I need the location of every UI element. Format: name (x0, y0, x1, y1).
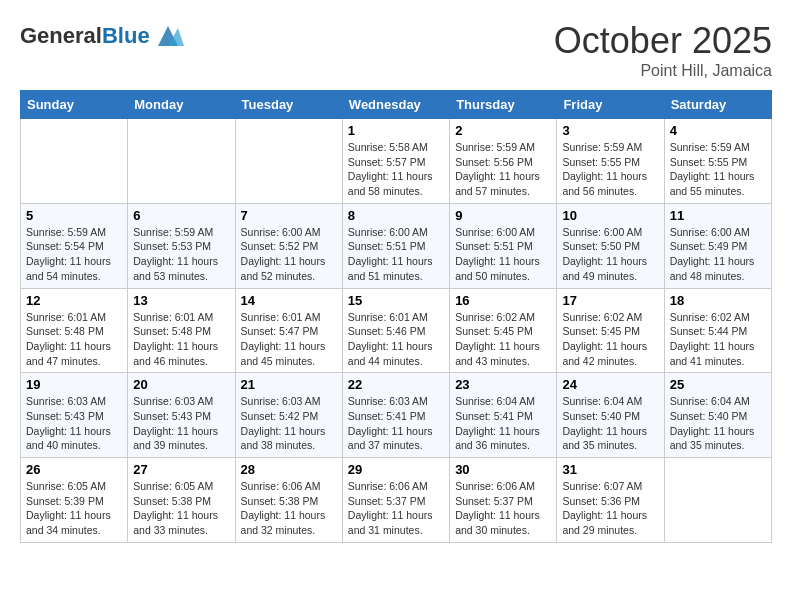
day-info: Sunrise: 6:01 AMSunset: 5:47 PMDaylight:… (241, 310, 337, 369)
day-number: 17 (562, 293, 658, 308)
calendar-cell: 4Sunrise: 5:59 AMSunset: 5:55 PMDaylight… (664, 119, 771, 204)
week-row-4: 19Sunrise: 6:03 AMSunset: 5:43 PMDayligh… (21, 373, 772, 458)
month-title: October 2025 (554, 20, 772, 62)
day-info: Sunrise: 6:06 AMSunset: 5:37 PMDaylight:… (348, 479, 444, 538)
title-block: October 2025 Point Hill, Jamaica (554, 20, 772, 80)
calendar-cell: 22Sunrise: 6:03 AMSunset: 5:41 PMDayligh… (342, 373, 449, 458)
calendar-cell: 21Sunrise: 6:03 AMSunset: 5:42 PMDayligh… (235, 373, 342, 458)
week-row-1: 1Sunrise: 5:58 AMSunset: 5:57 PMDaylight… (21, 119, 772, 204)
day-info: Sunrise: 5:59 AMSunset: 5:53 PMDaylight:… (133, 225, 229, 284)
day-number: 5 (26, 208, 122, 223)
day-number: 28 (241, 462, 337, 477)
day-info: Sunrise: 6:06 AMSunset: 5:37 PMDaylight:… (455, 479, 551, 538)
calendar-cell: 11Sunrise: 6:00 AMSunset: 5:49 PMDayligh… (664, 203, 771, 288)
calendar-cell: 12Sunrise: 6:01 AMSunset: 5:48 PMDayligh… (21, 288, 128, 373)
day-info: Sunrise: 6:01 AMSunset: 5:48 PMDaylight:… (26, 310, 122, 369)
calendar-cell: 16Sunrise: 6:02 AMSunset: 5:45 PMDayligh… (450, 288, 557, 373)
day-number: 29 (348, 462, 444, 477)
day-info: Sunrise: 5:59 AMSunset: 5:56 PMDaylight:… (455, 140, 551, 199)
day-info: Sunrise: 5:59 AMSunset: 5:55 PMDaylight:… (562, 140, 658, 199)
day-number: 30 (455, 462, 551, 477)
day-info: Sunrise: 6:00 AMSunset: 5:52 PMDaylight:… (241, 225, 337, 284)
day-info: Sunrise: 6:03 AMSunset: 5:41 PMDaylight:… (348, 394, 444, 453)
day-info: Sunrise: 6:00 AMSunset: 5:51 PMDaylight:… (348, 225, 444, 284)
calendar-cell: 28Sunrise: 6:06 AMSunset: 5:38 PMDayligh… (235, 458, 342, 543)
day-number: 21 (241, 377, 337, 392)
day-number: 4 (670, 123, 766, 138)
weekday-header-wednesday: Wednesday (342, 91, 449, 119)
calendar-cell: 13Sunrise: 6:01 AMSunset: 5:48 PMDayligh… (128, 288, 235, 373)
week-row-5: 26Sunrise: 6:05 AMSunset: 5:39 PMDayligh… (21, 458, 772, 543)
calendar-cell (664, 458, 771, 543)
calendar-cell: 29Sunrise: 6:06 AMSunset: 5:37 PMDayligh… (342, 458, 449, 543)
day-number: 9 (455, 208, 551, 223)
day-info: Sunrise: 5:59 AMSunset: 5:55 PMDaylight:… (670, 140, 766, 199)
day-info: Sunrise: 5:59 AMSunset: 5:54 PMDaylight:… (26, 225, 122, 284)
day-info: Sunrise: 6:03 AMSunset: 5:43 PMDaylight:… (26, 394, 122, 453)
weekday-header-tuesday: Tuesday (235, 91, 342, 119)
day-info: Sunrise: 6:03 AMSunset: 5:43 PMDaylight:… (133, 394, 229, 453)
week-row-3: 12Sunrise: 6:01 AMSunset: 5:48 PMDayligh… (21, 288, 772, 373)
day-number: 10 (562, 208, 658, 223)
logo: GeneralBlue (20, 20, 184, 52)
day-info: Sunrise: 6:04 AMSunset: 5:40 PMDaylight:… (562, 394, 658, 453)
logo-blue: Blue (102, 23, 150, 48)
day-number: 6 (133, 208, 229, 223)
logo-icon (152, 20, 184, 52)
calendar-cell: 26Sunrise: 6:05 AMSunset: 5:39 PMDayligh… (21, 458, 128, 543)
calendar-cell: 7Sunrise: 6:00 AMSunset: 5:52 PMDaylight… (235, 203, 342, 288)
day-number: 20 (133, 377, 229, 392)
day-info: Sunrise: 6:01 AMSunset: 5:46 PMDaylight:… (348, 310, 444, 369)
calendar-cell: 15Sunrise: 6:01 AMSunset: 5:46 PMDayligh… (342, 288, 449, 373)
calendar-cell: 30Sunrise: 6:06 AMSunset: 5:37 PMDayligh… (450, 458, 557, 543)
day-info: Sunrise: 6:00 AMSunset: 5:50 PMDaylight:… (562, 225, 658, 284)
day-number: 23 (455, 377, 551, 392)
calendar-cell: 18Sunrise: 6:02 AMSunset: 5:44 PMDayligh… (664, 288, 771, 373)
day-info: Sunrise: 6:05 AMSunset: 5:39 PMDaylight:… (26, 479, 122, 538)
page-header: GeneralBlue October 2025 Point Hill, Jam… (20, 20, 772, 80)
calendar-cell: 19Sunrise: 6:03 AMSunset: 5:43 PMDayligh… (21, 373, 128, 458)
day-number: 14 (241, 293, 337, 308)
day-number: 13 (133, 293, 229, 308)
day-info: Sunrise: 5:58 AMSunset: 5:57 PMDaylight:… (348, 140, 444, 199)
day-number: 1 (348, 123, 444, 138)
calendar-cell: 23Sunrise: 6:04 AMSunset: 5:41 PMDayligh… (450, 373, 557, 458)
weekday-header-monday: Monday (128, 91, 235, 119)
calendar-cell (128, 119, 235, 204)
calendar-cell: 10Sunrise: 6:00 AMSunset: 5:50 PMDayligh… (557, 203, 664, 288)
calendar-cell: 24Sunrise: 6:04 AMSunset: 5:40 PMDayligh… (557, 373, 664, 458)
weekday-header-sunday: Sunday (21, 91, 128, 119)
day-number: 27 (133, 462, 229, 477)
weekday-header-saturday: Saturday (664, 91, 771, 119)
day-info: Sunrise: 6:05 AMSunset: 5:38 PMDaylight:… (133, 479, 229, 538)
calendar-cell: 25Sunrise: 6:04 AMSunset: 5:40 PMDayligh… (664, 373, 771, 458)
day-number: 22 (348, 377, 444, 392)
day-number: 18 (670, 293, 766, 308)
day-info: Sunrise: 6:04 AMSunset: 5:40 PMDaylight:… (670, 394, 766, 453)
calendar-cell: 5Sunrise: 5:59 AMSunset: 5:54 PMDaylight… (21, 203, 128, 288)
calendar-cell: 1Sunrise: 5:58 AMSunset: 5:57 PMDaylight… (342, 119, 449, 204)
day-info: Sunrise: 6:06 AMSunset: 5:38 PMDaylight:… (241, 479, 337, 538)
weekday-header-friday: Friday (557, 91, 664, 119)
calendar-cell (235, 119, 342, 204)
day-number: 26 (26, 462, 122, 477)
day-info: Sunrise: 6:00 AMSunset: 5:51 PMDaylight:… (455, 225, 551, 284)
day-number: 12 (26, 293, 122, 308)
day-info: Sunrise: 6:07 AMSunset: 5:36 PMDaylight:… (562, 479, 658, 538)
calendar-cell: 27Sunrise: 6:05 AMSunset: 5:38 PMDayligh… (128, 458, 235, 543)
week-row-2: 5Sunrise: 5:59 AMSunset: 5:54 PMDaylight… (21, 203, 772, 288)
weekday-header-thursday: Thursday (450, 91, 557, 119)
calendar-cell: 8Sunrise: 6:00 AMSunset: 5:51 PMDaylight… (342, 203, 449, 288)
calendar-cell: 31Sunrise: 6:07 AMSunset: 5:36 PMDayligh… (557, 458, 664, 543)
day-number: 24 (562, 377, 658, 392)
day-info: Sunrise: 6:00 AMSunset: 5:49 PMDaylight:… (670, 225, 766, 284)
calendar-cell: 20Sunrise: 6:03 AMSunset: 5:43 PMDayligh… (128, 373, 235, 458)
day-number: 8 (348, 208, 444, 223)
day-number: 15 (348, 293, 444, 308)
day-number: 2 (455, 123, 551, 138)
day-number: 25 (670, 377, 766, 392)
day-number: 3 (562, 123, 658, 138)
calendar-cell: 3Sunrise: 5:59 AMSunset: 5:55 PMDaylight… (557, 119, 664, 204)
location: Point Hill, Jamaica (554, 62, 772, 80)
weekday-header-row: SundayMondayTuesdayWednesdayThursdayFrid… (21, 91, 772, 119)
